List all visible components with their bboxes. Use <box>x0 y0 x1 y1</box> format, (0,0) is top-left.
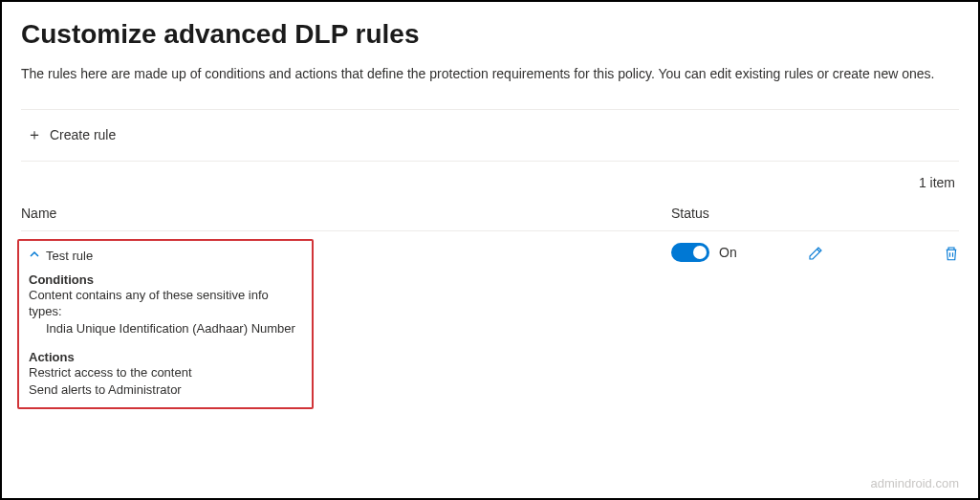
chevron-up-icon <box>29 249 40 263</box>
delete-button[interactable] <box>941 243 962 267</box>
rule-name: Test rule <box>46 249 93 263</box>
rule-expand-toggle[interactable]: Test rule <box>29 249 302 263</box>
create-rule-label: Create rule <box>50 127 116 142</box>
table-row: Test rule Conditions Content contains an… <box>21 231 959 410</box>
toolbar: ＋ Create rule <box>21 110 959 161</box>
conditions-line: Content contains any of these sensitive … <box>29 287 302 320</box>
plus-icon: ＋ <box>27 125 42 145</box>
action-line: Send alerts to Administrator <box>29 381 302 399</box>
rule-detail-card: Test rule Conditions Content contains an… <box>17 239 314 410</box>
column-name-header[interactable]: Name <box>21 206 671 221</box>
create-rule-button[interactable]: ＋ Create rule <box>21 121 121 149</box>
conditions-title: Conditions <box>29 272 302 287</box>
trash-icon <box>943 245 960 262</box>
edit-button[interactable] <box>805 243 826 267</box>
pencil-icon <box>807 245 824 262</box>
page-title: Customize advanced DLP rules <box>21 19 959 50</box>
rules-table: Name Status Test rule Conditions Content… <box>21 198 959 410</box>
table-header: Name Status <box>21 198 959 231</box>
status-label: On <box>719 245 737 260</box>
item-count: 1 item <box>21 162 959 198</box>
action-line: Restrict access to the content <box>29 364 302 381</box>
column-status-header[interactable]: Status <box>671 206 805 221</box>
page-description: The rules here are made up of conditions… <box>21 65 959 84</box>
conditions-item: India Unique Identification (Aadhaar) Nu… <box>29 320 302 337</box>
actions-title: Actions <box>29 350 302 364</box>
status-toggle[interactable] <box>671 243 709 262</box>
watermark: admindroid.com <box>871 476 960 490</box>
